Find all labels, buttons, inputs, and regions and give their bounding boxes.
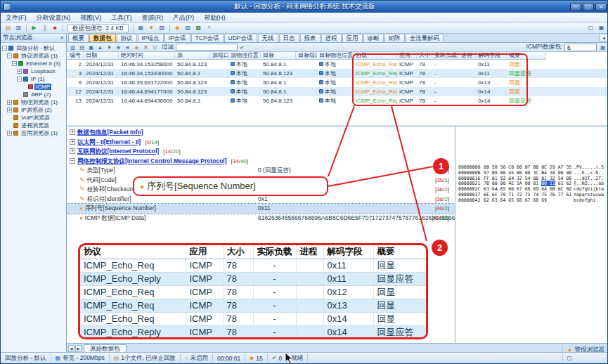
scroll-right-icon[interactable]: ▶: [75, 345, 82, 352]
stop-icon[interactable]: ■: [51, 24, 60, 32]
view-tab[interactable]: 诊断: [363, 34, 384, 42]
column-header[interactable]: 绝对时间: [119, 52, 175, 60]
tree-item[interactable]: −回放分析 - 默认: [1, 44, 66, 52]
next-packet-icon[interactable]: ▼: [105, 44, 113, 51]
packet-buffer-icon[interactable]: ▧: [157, 24, 167, 32]
adapter-icon[interactable]: ▦: [136, 24, 145, 32]
view-tab[interactable]: 概要: [68, 34, 89, 42]
tree-item[interactable]: VoIP浏览器: [1, 114, 66, 122]
log-icon[interactable]: ▨: [183, 24, 193, 32]
tree-item[interactable]: +应用浏览器 (1): [1, 129, 66, 137]
menu-item[interactable]: 产品(P): [168, 13, 199, 22]
open-file-icon[interactable]: ▤: [4, 24, 13, 32]
zoom-in-icon[interactable]: ⊕: [115, 44, 122, 51]
list-settings-icon[interactable]: ▦: [599, 44, 607, 51]
pause-icon[interactable]: ║: [40, 24, 49, 32]
column-header[interactable]: 源物理位置: [228, 52, 261, 60]
decode-row[interactable]: +以太网 - II[Ethernet - II][0/14]: [67, 138, 455, 148]
decode-row[interactable]: ●ICMP 数据[ICMP Data]6162636465666768696A6…: [67, 214, 455, 223]
decode-row[interactable]: +数据包信息[Packet Info]: [67, 128, 455, 138]
view-tab[interactable]: UDP会话: [224, 34, 257, 42]
decode-row[interactable]: ✎类型[Type]0 (回显应答)[34/1]: [67, 166, 455, 176]
tree-item[interactable]: −IP (1): [1, 75, 66, 83]
zoom-out-icon[interactable]: ⊖: [124, 44, 131, 51]
maximize-button[interactable]: □: [583, 3, 594, 11]
help-icon[interactable]: ?: [205, 24, 214, 32]
view-tab[interactable]: 矩阵: [384, 34, 405, 42]
tree-expander-icon[interactable]: −: [17, 77, 22, 82]
view-tab[interactable]: 报表: [300, 34, 321, 42]
tree-item[interactable]: ICMP: [1, 83, 66, 91]
hex-row[interactable]: 0000004262 63 64 65 66 67 68 69bcdefghi: [458, 198, 607, 204]
tree-expander-icon[interactable]: +: [7, 100, 12, 105]
view-tab[interactable]: 应用: [342, 34, 363, 42]
view-tab[interactable]: 进程: [321, 34, 342, 42]
expand-icon[interactable]: +: [70, 139, 75, 145]
collapse-icon[interactable]: −: [70, 158, 75, 164]
scroll-left-icon[interactable]: ◀: [68, 345, 75, 352]
column-header[interactable]: 编号: [67, 52, 84, 60]
column-header[interactable]: 日期: [84, 52, 119, 60]
menu-item[interactable]: 工具(T): [106, 13, 137, 22]
decode-row[interactable]: +互联网协议[Internet Protocol][14/20]: [67, 147, 455, 157]
delete-icon[interactable]: ✕: [142, 44, 150, 51]
column-header[interactable]: 目标: [261, 52, 296, 60]
close-button[interactable]: ×: [595, 3, 607, 11]
alert-browser-toggle[interactable]: ▲警报浏览器: [562, 346, 608, 354]
tree-item[interactable]: +Loopback: [1, 67, 66, 75]
tree-item[interactable]: +IP浏览器 (2): [1, 106, 66, 114]
tree-expander-icon[interactable]: +: [7, 131, 12, 136]
menu-item[interactable]: 分析设置(N): [32, 13, 76, 22]
tree-item[interactable]: ARP (2): [1, 91, 66, 98]
annotation-table-cell: ICMP_Echo_Reply: [80, 325, 186, 339]
tree-item[interactable]: 进程浏览器: [1, 122, 66, 129]
tree-expander-icon[interactable]: −: [7, 53, 12, 58]
window-panels-icon[interactable]: ▣: [597, 24, 606, 32]
minimize-button[interactable]: ─: [570, 3, 581, 11]
view-tab[interactable]: TCP会话: [191, 34, 224, 42]
tree-expander-icon[interactable]: −: [2, 46, 7, 51]
export-packets-icon[interactable]: ▥: [69, 44, 77, 51]
view-tab[interactable]: 数据包: [89, 34, 116, 42]
tree-expander-icon[interactable]: +: [7, 108, 12, 112]
view-tab[interactable]: 全流量解码: [406, 34, 444, 42]
layout-icon[interactable]: ▢: [586, 24, 595, 32]
previous-packet-icon[interactable]: ▲: [96, 44, 104, 51]
tree-item[interactable]: −协议浏览器 (1): [1, 52, 66, 60]
tree-expander-icon[interactable]: +: [17, 69, 22, 74]
expand-icon[interactable]: +: [70, 129, 75, 135]
view-tab[interactable]: IP端点: [138, 34, 164, 42]
menu-item[interactable]: 资源(R): [137, 13, 169, 22]
column-header[interactable]: 源: [175, 52, 210, 60]
decode-row[interactable]: −网络控制报文协议[Internet Control Message Proto…: [67, 157, 455, 167]
report-icon[interactable]: ▩: [194, 24, 203, 32]
panel-toggle-1[interactable]: ▢: [562, 354, 608, 363]
filter-funnel-icon[interactable]: ▽: [151, 44, 159, 51]
save-icon[interactable]: ▥: [14, 24, 23, 32]
filter-input[interactable]: [176, 44, 238, 51]
view-tab[interactable]: 协议: [117, 34, 137, 42]
menu-item[interactable]: 文件(F): [1, 13, 32, 22]
column-header[interactable]: 目标端口: [296, 52, 317, 60]
view-tab[interactable]: 日志: [279, 34, 299, 42]
decode-row[interactable]: ●序列号[Sequence Number]0x11[40/2]: [67, 204, 455, 214]
menu-item[interactable]: 视图(V): [75, 13, 106, 22]
print-icon[interactable]: ▤: [78, 44, 86, 51]
alarm-icon[interactable]: ◆: [173, 24, 182, 32]
view-tab[interactable]: 无线: [258, 34, 278, 42]
panel-close-icon[interactable]: ✕: [60, 35, 64, 41]
tree-expander-icon[interactable]: −: [12, 61, 17, 66]
copy-icon[interactable]: ▣: [87, 44, 95, 51]
tree-item[interactable]: +物理浏览器 (1): [1, 98, 66, 106]
tree-item[interactable]: −Ethernet II (3): [1, 60, 66, 67]
column-header[interactable]: 目标物理位置: [317, 52, 354, 60]
mark-packet-icon[interactable]: ◈: [133, 44, 141, 51]
menu-item[interactable]: 帮助(H): [199, 13, 231, 22]
tabs-overflow-icon[interactable]: ▾: [600, 34, 608, 42]
filter-settings-icon[interactable]: ▼: [147, 24, 156, 32]
filter-apply-icon[interactable]: ✔: [238, 44, 246, 51]
view-tab[interactable]: IP会话: [164, 34, 190, 42]
column-header[interactable]: 源端口: [210, 52, 228, 60]
expand-icon[interactable]: +: [70, 148, 75, 154]
start-icon[interactable]: ▶: [30, 24, 39, 32]
